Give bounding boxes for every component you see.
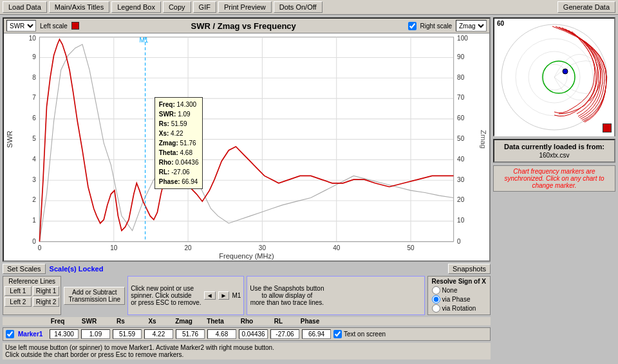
- add-transmission-button[interactable]: Add or Subtract Transmission Line: [64, 287, 125, 305]
- marker1-freq[interactable]: 14.300: [50, 329, 79, 339]
- svg-text:70: 70: [457, 94, 464, 101]
- resolve-sign-box: Resolve Sign of X None via Phase via Rot…: [427, 276, 491, 315]
- right-scale-label: Right scale: [420, 23, 452, 30]
- click-info-text: Click new point or use spinner. Click ou…: [131, 285, 201, 306]
- smith-red-square: [603, 123, 612, 132]
- svg-text:80: 80: [457, 73, 464, 80]
- text-on-screen-label[interactable]: Text on screen: [333, 330, 386, 338]
- generate-data-button[interactable]: Generate Data: [557, 1, 615, 13]
- svg-text:30: 30: [259, 244, 266, 251]
- ref-lines-box: Reference Lines Left 1 Right 1 Left 2 Ri…: [3, 276, 61, 315]
- toolbar: Load Data Main/Axis Titles Legend Box Co…: [0, 0, 618, 15]
- ref-buttons: Left 1 Right 1 Left 2 Right 2: [5, 286, 59, 307]
- data-loaded-title: Data currently loaded is from:: [498, 143, 610, 150]
- load-data-button[interactable]: Load Data: [3, 1, 47, 13]
- resolve-phase-radio[interactable]: [432, 295, 440, 304]
- snapshots-button[interactable]: Snapshots: [448, 264, 491, 274]
- svg-text:60: 60: [457, 114, 464, 122]
- right2-button[interactable]: Right 2: [33, 297, 60, 307]
- resolve-none-radio[interactable]: [432, 286, 440, 295]
- svg-text:5: 5: [32, 135, 36, 142]
- marker1-rl: -27.06: [270, 329, 299, 339]
- print-preview-button[interactable]: Print Preview: [218, 1, 272, 13]
- marker-headers: Freq SWR Rs Xs Zmag Theta Rho RL Phase: [3, 317, 491, 325]
- svg-text:0: 0: [457, 238, 461, 245]
- click-info-box: Click new point or use spinner. Click ou…: [127, 276, 244, 315]
- tooltip-rho: 0.04436: [175, 159, 198, 166]
- svg-text:50: 50: [407, 244, 414, 251]
- legend-box-button[interactable]: Legend Box: [111, 1, 161, 13]
- marker1-theta: 4.68: [207, 329, 236, 339]
- marker1-zmag: 51.76: [176, 329, 205, 339]
- left-scale-color: [71, 22, 79, 30]
- right-scale-select[interactable]: Zmag: [456, 20, 487, 32]
- svg-text:9: 9: [32, 53, 36, 60]
- right1-button[interactable]: Right 1: [33, 286, 60, 296]
- smith-svg: [494, 19, 614, 136]
- text-on-screen-text: Text on screen: [344, 331, 386, 338]
- left-panel: SWR Left scale SWR / Zmag vs Frequency R…: [3, 17, 491, 359]
- tooltip-rl: -27.06: [171, 168, 189, 176]
- svg-text:20: 20: [185, 244, 192, 251]
- resolve-phase-label: via Phase: [442, 296, 471, 303]
- snapshot-info-text: Use the Snapshots button to allow displa…: [250, 285, 324, 306]
- marker-instruction-line1: Use left mouse button (or spinner) to mo…: [5, 344, 488, 351]
- svg-text:0: 0: [38, 244, 42, 251]
- svg-text:2: 2: [32, 196, 36, 203]
- right-panel: 60: [493, 17, 615, 359]
- header-phase: Phase: [295, 318, 324, 325]
- set-scales-button[interactable]: Set Scales: [3, 264, 46, 274]
- text-on-screen-checkbox[interactable]: [333, 330, 342, 338]
- right-scale-checkbox[interactable]: [408, 22, 417, 30]
- resolve-rotation-row: via Rotation: [432, 304, 486, 313]
- svg-text:90: 90: [457, 53, 464, 60]
- marker1-phase: 66.94: [302, 329, 331, 339]
- marker1-rho: 0.04436: [239, 329, 268, 339]
- data-loaded-filename: 160xtx.csv: [498, 152, 610, 159]
- svg-text:Frequency (MHz): Frequency (MHz): [219, 252, 274, 260]
- svg-text:7: 7: [32, 94, 36, 101]
- copy-button[interactable]: Copy: [163, 1, 191, 13]
- svg-text:8: 8: [32, 73, 36, 80]
- header-theta: Theta: [201, 318, 230, 325]
- header-swr: SWR: [75, 318, 104, 325]
- controls-row: Reference Lines Left 1 Right 1 Left 2 Ri…: [3, 276, 491, 315]
- header-rs: Rs: [106, 318, 135, 325]
- smith-chart[interactable]: 60: [493, 17, 615, 136]
- svg-text:40: 40: [457, 156, 464, 163]
- resolve-rotation-radio[interactable]: [432, 304, 440, 313]
- chart-container[interactable]: 0 1 2 3 4 5 6 7 8 9 10 0 10 20 30 40: [4, 33, 489, 260]
- svg-text:50: 50: [457, 135, 464, 142]
- header-zmag: Zmag: [169, 318, 198, 325]
- resolve-none-row: None: [432, 286, 486, 295]
- left-scale-label: Left scale: [40, 23, 68, 30]
- tooltip-zmag: 51.76: [180, 140, 196, 147]
- ref-lines-title: Reference Lines: [5, 278, 59, 285]
- svg-text:10: 10: [29, 35, 36, 42]
- marker-next-button[interactable]: ►: [218, 291, 230, 300]
- marker1-checkbox[interactable]: [6, 330, 14, 338]
- dots-on-off-button[interactable]: Dots On/Off: [274, 1, 323, 13]
- sync-note: Chart frequency markers are synchronized…: [493, 165, 615, 192]
- left-scale-select[interactable]: SWR: [6, 20, 36, 32]
- left2-button[interactable]: Left 2: [5, 297, 32, 307]
- marker1-label: Marker1: [18, 331, 47, 338]
- marker-prev-button[interactable]: ◄: [204, 291, 216, 300]
- tooltip-swr: 1.09: [178, 111, 190, 118]
- resolve-none-label: None: [442, 287, 458, 294]
- tooltip-theta: 4.68: [180, 149, 192, 156]
- tooltip-box: Freq: 14.300 SWR: 1.09 Rs: 51.59 Xs: 4.2…: [154, 97, 203, 189]
- svg-text:3: 3: [32, 176, 36, 183]
- svg-text:Zmag: Zmag: [480, 130, 487, 149]
- gif-button[interactable]: GIF: [193, 1, 216, 13]
- svg-text:6: 6: [32, 114, 36, 122]
- sync-note-text: Chart frequency markers are synchronized…: [504, 168, 604, 189]
- resolve-phase-row: via Phase: [432, 295, 486, 304]
- header-rho: Rho: [232, 318, 261, 325]
- scale-row: Set Scales Scale(s) Locked Snapshots: [3, 264, 491, 274]
- main-axis-titles-button[interactable]: Main/Axis Titles: [49, 1, 109, 13]
- resolve-rotation-label: via Rotation: [442, 305, 476, 312]
- svg-text:SWR: SWR: [6, 131, 14, 147]
- left1-button[interactable]: Left 1: [5, 286, 32, 296]
- chart-header: SWR Left scale SWR / Zmag vs Frequency R…: [4, 19, 489, 33]
